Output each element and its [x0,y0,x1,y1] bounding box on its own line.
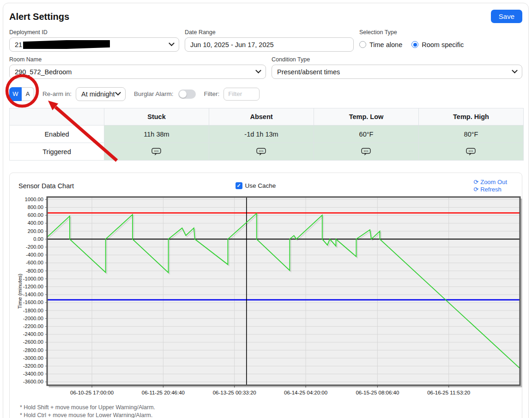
condition-type-value: Present/absent times [277,68,340,76]
deployment-value: 21 [15,41,22,48]
toggle-knob-icon [179,90,187,98]
absent-enabled-value[interactable]: -1d 1h 13m [209,125,314,143]
deployment-label: Deployment ID [9,29,179,36]
svg-text:06-11-25 20:46:40: 06-11-25 20:46:40 [142,390,185,395]
use-cache-label: Use Cache [245,182,276,189]
refresh-label: Refresh [480,186,502,193]
rearm-value: At midnight [81,90,115,98]
svg-text:-600.00: -600.00 [26,260,43,265]
svg-text:200.00: 200.00 [28,228,43,234]
temp-high-enabled-value[interactable]: 80°F [419,125,524,143]
svg-text:0.00: 0.00 [33,236,43,242]
selection-type-field: Selection Type Time alone Room specific [359,29,522,52]
svg-text:06-13-25 00:33:20: 06-13-25 00:33:20 [213,390,256,395]
svg-text:-1400.00: -1400.00 [23,292,43,297]
condition-type-label: Condition Type [272,56,522,63]
chart-title: Sensor Data Chart [16,182,246,190]
zoom-out-label: Zoom Out [480,179,507,185]
col-temp-high: Temp. High [419,108,524,125]
sms-bubble-icon: sms [361,148,371,156]
triggered-row-label: Triggered [10,143,104,161]
refresh-link[interactable]: ⟳Refresh [473,186,501,193]
svg-text:06-15-25 08:06:40: 06-15-25 08:06:40 [356,390,399,395]
col-stuck: Stuck [104,108,209,125]
svg-text:-2200.00: -2200.00 [23,323,43,329]
enabled-row-label: Enabled [10,125,104,143]
deployment-select[interactable]: 21 [9,37,179,52]
use-cache-checkbox[interactable]: ✓ Use Cache [236,182,276,189]
svg-text:sms: sms [364,149,369,152]
date-range-label: Date Range [185,29,354,36]
date-range-input-wrap [185,37,354,52]
refresh-icon: ⟳ [473,186,478,192]
svg-text:-3000.00: -3000.00 [23,355,43,361]
stuck-enabled-value[interactable]: 11h 38m [104,125,209,143]
radio-room-specific[interactable]: Room specific [411,41,464,48]
temp-low-enabled-value[interactable]: 60°F [314,125,419,143]
sensor-chart-card: Sensor Data Chart ✓ Use Cache ⟳Zoom Out … [9,173,522,418]
footnote-upper: * Hold Shift + move mouse for Upper Warn… [20,404,515,412]
radio-time-alone-label: Time alone [369,41,402,48]
sms-bubble-icon: sms [151,148,162,156]
temp-high-sms-cell[interactable]: sms [419,143,524,161]
sensor-chart[interactable]: 1000.00800.00600.00400.00200.000.00-200.… [16,196,525,402]
room-name-select[interactable]: 290_572_Bedroom [9,65,266,79]
condition-type-field: Condition Type Present/absent times [272,56,522,79]
svg-text:06-16-25 11:53:20: 06-16-25 11:53:20 [427,390,470,395]
triggered-row: Triggered sms sms sms sms [10,143,524,161]
svg-text:sms: sms [469,149,473,152]
warning-mode-button[interactable]: W [9,87,22,101]
rearm-select[interactable]: At midnight [76,87,126,101]
warning-alarm-segmented: W A [9,87,34,101]
radio-unselected-icon [359,41,366,48]
radio-time-alone[interactable]: Time alone [359,41,402,48]
rearm-label: Re-arm in: [42,90,72,97]
burglar-alarm-toggle[interactable] [178,90,196,99]
filter-label: Filter: [204,90,220,97]
temp-low-sms-cell[interactable]: sms [314,143,419,161]
absent-sms-cell[interactable]: sms [209,143,314,161]
alert-settings-page: Alert Settings Save Deployment ID 21 Dat… [3,3,529,418]
svg-text:-3400.00: -3400.00 [23,371,43,376]
svg-text:-2400.00: -2400.00 [23,331,43,337]
enabled-row: Enabled 11h 38m -1d 1h 13m 60°F 80°F [10,125,524,143]
chevron-down-icon [512,67,518,73]
svg-text:sms: sms [259,149,264,152]
svg-text:-1600.00: -1600.00 [23,299,43,305]
alarm-mode-button[interactable]: A [22,87,34,101]
svg-text:06-10-25 17:00:00: 06-10-25 17:00:00 [70,390,114,395]
checkbox-checked-icon: ✓ [236,182,242,189]
date-range-field: Date Range [185,29,354,52]
condition-type-select[interactable]: Present/absent times [272,65,522,79]
stuck-sms-cell[interactable]: sms [104,143,209,161]
deployment-field: Deployment ID 21 [9,29,179,52]
svg-text:-2800.00: -2800.00 [23,347,43,353]
page-header: Alert Settings Save [9,10,522,23]
svg-text:-3600.00: -3600.00 [23,379,43,384]
chevron-down-icon [115,90,121,96]
room-name-label: Room Name [9,56,266,63]
svg-text:-800.00: -800.00 [26,268,43,274]
svg-text:400.00: 400.00 [28,220,43,226]
page-title: Alert Settings [9,10,69,22]
radio-selected-icon [411,41,418,48]
save-button[interactable]: Save [491,10,522,23]
footnote-lower: * Hold Ctrl + move mouse for Lower Warni… [20,412,515,418]
zoom-out-link[interactable]: ⟳Zoom Out [473,179,507,185]
selection-type-label: Selection Type [359,29,522,36]
svg-text:-2600.00: -2600.00 [23,339,43,345]
room-name-value: 290_572_Bedroom [15,68,72,76]
svg-text:-1000.00: -1000.00 [23,276,43,281]
chevron-down-icon [169,40,175,46]
svg-text:-1200.00: -1200.00 [23,284,43,289]
svg-text:-3200.00: -3200.00 [23,363,43,369]
sms-bubble-icon: sms [466,148,476,156]
filter-input[interactable] [224,88,260,101]
svg-text:1000.00: 1000.00 [25,197,43,202]
svg-text:Time (minutes): Time (minutes) [17,274,23,309]
burglar-alarm-label: Burglar Alarm: [134,90,174,97]
col-blank [10,108,104,125]
date-range-input[interactable] [190,41,348,48]
radio-room-specific-label: Room specific [422,41,464,48]
col-temp-low: Temp. Low [314,108,419,125]
